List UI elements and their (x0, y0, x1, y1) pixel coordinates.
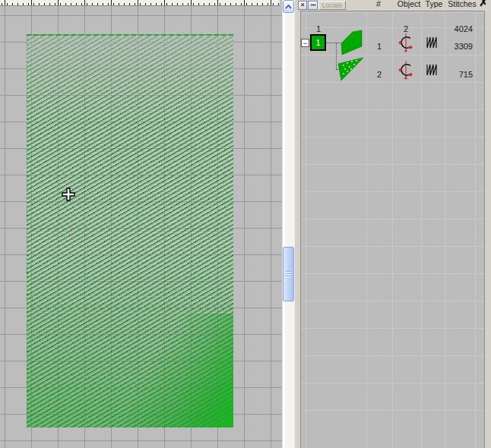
thread-color-number: 1 (315, 38, 320, 47)
panel-close-button[interactable]: ✕ (298, 1, 307, 10)
column-header-number: # (376, 0, 381, 8)
object-1-thumbnail[interactable] (341, 30, 363, 57)
panel-pin-icon[interactable]: ✗ (479, 0, 488, 8)
panel-header: ✕ »« Locate # Object Type Stitches ✗ (295, 0, 491, 11)
dense-stitch-corner (104, 314, 233, 427)
thread-color-chip[interactable]: 1 (310, 34, 326, 51)
object-1-fill-icon[interactable] (398, 33, 413, 54)
panel-collapse-button[interactable]: »« (308, 1, 318, 10)
group-total-stitches: 4024 (435, 24, 473, 33)
object-list: 1 2 4024 − 1 1 (300, 11, 485, 448)
object-2-stitch-count: 715 (435, 70, 473, 79)
object-1-stitch-count: 3309 (435, 42, 473, 51)
canvas-vertical-scrollbar[interactable] (282, 0, 294, 448)
embroidery-fill-object[interactable] (27, 34, 233, 427)
object-2-number: 2 (368, 70, 391, 79)
scroll-up-button[interactable] (283, 0, 294, 13)
crosshair-cursor (62, 188, 75, 201)
thumb-grip (286, 271, 291, 278)
column-header-object: Object (398, 0, 420, 8)
group-number: 1 (307, 24, 330, 33)
horizontal-ruler (0, 0, 280, 6)
tree-expand-toggle[interactable]: − (301, 39, 309, 47)
scrollbar-thumb[interactable] (283, 247, 294, 301)
locate-button[interactable]: Locate (318, 1, 346, 10)
tree-connector (326, 43, 341, 43)
chevron-up-icon (285, 5, 292, 9)
object-2-thumbnail[interactable] (337, 57, 365, 83)
design-canvas[interactable] (0, 0, 282, 448)
object-2-fill-icon[interactable] (398, 60, 413, 81)
object-1-number: 1 (368, 42, 391, 51)
column-header-stitches: Stitches (448, 0, 476, 8)
object-order-panel: ✕ »« Locate # Object Type Stitches ✗ 1 2… (294, 0, 491, 448)
column-header-type: Type (426, 0, 443, 8)
tree-connector (336, 43, 337, 69)
